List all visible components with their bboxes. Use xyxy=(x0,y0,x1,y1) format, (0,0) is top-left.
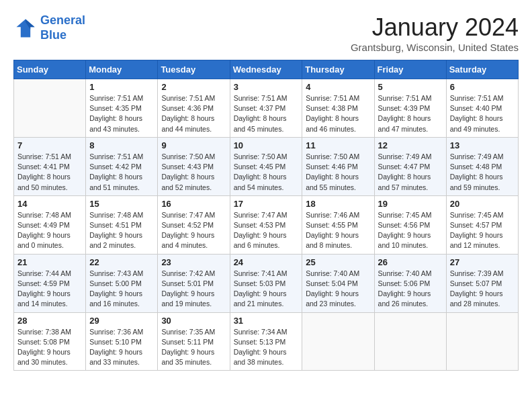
day-info: Sunrise: 7:47 AMSunset: 4:53 PMDaylight:… xyxy=(234,210,299,251)
calendar-cell: 22Sunrise: 7:43 AMSunset: 5:00 PMDayligh… xyxy=(86,254,158,312)
day-number: 14 xyxy=(17,199,82,209)
calendar-cell: 18Sunrise: 7:46 AMSunset: 4:55 PMDayligh… xyxy=(302,195,374,254)
day-number: 15 xyxy=(89,199,154,209)
calendar-cell: 2Sunrise: 7:51 AMSunset: 4:36 PMDaylight… xyxy=(158,79,230,138)
day-info: Sunrise: 7:48 AMSunset: 4:49 PMDaylight:… xyxy=(17,210,82,251)
calendar-cell xyxy=(14,79,86,138)
logo-text: General Blue xyxy=(40,13,85,42)
day-info: Sunrise: 7:42 AMSunset: 5:01 PMDaylight:… xyxy=(161,269,226,310)
day-header-friday: Friday xyxy=(374,60,446,79)
calendar-table: SundayMondayTuesdayWednesdayThursdayFrid… xyxy=(13,60,519,371)
calendar-cell xyxy=(374,312,446,371)
day-number: 30 xyxy=(161,316,226,326)
calendar-cell: 15Sunrise: 7:48 AMSunset: 4:51 PMDayligh… xyxy=(86,195,158,254)
day-info: Sunrise: 7:41 AMSunset: 5:03 PMDaylight:… xyxy=(234,269,299,310)
day-info: Sunrise: 7:49 AMSunset: 4:47 PMDaylight:… xyxy=(378,152,443,193)
day-info: Sunrise: 7:48 AMSunset: 4:51 PMDaylight:… xyxy=(89,210,154,251)
day-number: 25 xyxy=(306,257,370,267)
calendar-cell: 26Sunrise: 7:40 AMSunset: 5:06 PMDayligh… xyxy=(374,254,446,312)
calendar-cell: 19Sunrise: 7:45 AMSunset: 4:56 PMDayligh… xyxy=(374,195,446,254)
day-info: Sunrise: 7:45 AMSunset: 4:56 PMDaylight:… xyxy=(378,210,443,251)
calendar-cell: 20Sunrise: 7:45 AMSunset: 4:57 PMDayligh… xyxy=(446,195,518,254)
calendar-week-row: 21Sunrise: 7:44 AMSunset: 4:59 PMDayligh… xyxy=(14,254,519,312)
day-number: 31 xyxy=(234,316,299,326)
month-year: January 2024 xyxy=(351,13,519,42)
day-number: 6 xyxy=(450,82,515,92)
calendar-cell: 11Sunrise: 7:50 AMSunset: 4:46 PMDayligh… xyxy=(302,137,374,195)
day-number: 5 xyxy=(378,82,443,92)
logo-icon xyxy=(13,16,38,40)
calendar-week-row: 7Sunrise: 7:51 AMSunset: 4:41 PMDaylight… xyxy=(14,137,519,195)
day-info: Sunrise: 7:51 AMSunset: 4:40 PMDaylight:… xyxy=(450,93,515,134)
day-number: 3 xyxy=(234,82,299,92)
day-info: Sunrise: 7:51 AMSunset: 4:39 PMDaylight:… xyxy=(378,93,443,134)
calendar-cell: 6Sunrise: 7:51 AMSunset: 4:40 PMDaylight… xyxy=(446,79,518,138)
day-info: Sunrise: 7:39 AMSunset: 5:07 PMDaylight:… xyxy=(450,269,515,310)
day-number: 23 xyxy=(161,257,226,267)
calendar-cell: 21Sunrise: 7:44 AMSunset: 4:59 PMDayligh… xyxy=(14,254,86,312)
calendar-cell xyxy=(302,312,374,371)
calendar-cell: 27Sunrise: 7:39 AMSunset: 5:07 PMDayligh… xyxy=(446,254,518,312)
day-info: Sunrise: 7:40 AMSunset: 5:06 PMDaylight:… xyxy=(378,269,443,310)
day-number: 7 xyxy=(17,140,82,150)
day-number: 13 xyxy=(450,140,515,150)
calendar-cell: 9Sunrise: 7:50 AMSunset: 4:43 PMDaylight… xyxy=(158,137,230,195)
calendar-cell: 10Sunrise: 7:50 AMSunset: 4:45 PMDayligh… xyxy=(230,137,302,195)
day-number: 16 xyxy=(161,199,226,209)
calendar-cell: 28Sunrise: 7:38 AMSunset: 5:08 PMDayligh… xyxy=(14,312,86,371)
day-info: Sunrise: 7:51 AMSunset: 4:38 PMDaylight:… xyxy=(306,93,370,134)
calendar-cell: 13Sunrise: 7:49 AMSunset: 4:48 PMDayligh… xyxy=(446,137,518,195)
calendar-cell: 1Sunrise: 7:51 AMSunset: 4:35 PMDaylight… xyxy=(86,79,158,138)
day-header-saturday: Saturday xyxy=(446,60,518,79)
day-info: Sunrise: 7:46 AMSunset: 4:55 PMDaylight:… xyxy=(306,210,370,251)
day-info: Sunrise: 7:44 AMSunset: 4:59 PMDaylight:… xyxy=(17,269,82,310)
day-number: 17 xyxy=(234,199,299,209)
calendar-cell: 31Sunrise: 7:34 AMSunset: 5:13 PMDayligh… xyxy=(230,312,302,371)
day-info: Sunrise: 7:43 AMSunset: 5:00 PMDaylight:… xyxy=(89,269,154,310)
calendar-cell xyxy=(446,312,518,371)
day-header-thursday: Thursday xyxy=(302,60,374,79)
day-number: 28 xyxy=(17,316,82,326)
calendar-cell: 17Sunrise: 7:47 AMSunset: 4:53 PMDayligh… xyxy=(230,195,302,254)
day-info: Sunrise: 7:35 AMSunset: 5:11 PMDaylight:… xyxy=(161,327,226,368)
day-number: 8 xyxy=(89,140,154,150)
title-block: January 2024 Grantsburg, Wisconsin, Unit… xyxy=(351,13,519,53)
logo: General Blue xyxy=(13,13,85,42)
calendar-cell: 29Sunrise: 7:36 AMSunset: 5:10 PMDayligh… xyxy=(86,312,158,371)
day-number: 2 xyxy=(161,82,226,92)
day-number: 21 xyxy=(17,257,82,267)
calendar-cell: 5Sunrise: 7:51 AMSunset: 4:39 PMDaylight… xyxy=(374,79,446,138)
day-number: 27 xyxy=(450,257,515,267)
day-header-tuesday: Tuesday xyxy=(158,60,230,79)
calendar-cell: 25Sunrise: 7:40 AMSunset: 5:04 PMDayligh… xyxy=(302,254,374,312)
day-info: Sunrise: 7:51 AMSunset: 4:35 PMDaylight:… xyxy=(89,93,154,134)
calendar-cell: 4Sunrise: 7:51 AMSunset: 4:38 PMDaylight… xyxy=(302,79,374,138)
calendar-week-row: 28Sunrise: 7:38 AMSunset: 5:08 PMDayligh… xyxy=(14,312,519,371)
day-number: 20 xyxy=(450,199,515,209)
day-info: Sunrise: 7:47 AMSunset: 4:52 PMDaylight:… xyxy=(161,210,226,251)
day-info: Sunrise: 7:50 AMSunset: 4:46 PMDaylight:… xyxy=(306,152,370,193)
calendar-cell: 14Sunrise: 7:48 AMSunset: 4:49 PMDayligh… xyxy=(14,195,86,254)
day-number: 1 xyxy=(89,82,154,92)
day-info: Sunrise: 7:51 AMSunset: 4:37 PMDaylight:… xyxy=(234,93,299,134)
day-info: Sunrise: 7:36 AMSunset: 5:10 PMDaylight:… xyxy=(89,327,154,368)
day-info: Sunrise: 7:38 AMSunset: 5:08 PMDaylight:… xyxy=(17,327,82,368)
day-info: Sunrise: 7:45 AMSunset: 4:57 PMDaylight:… xyxy=(450,210,515,251)
day-number: 11 xyxy=(306,140,370,150)
day-info: Sunrise: 7:51 AMSunset: 4:41 PMDaylight:… xyxy=(17,152,82,193)
day-number: 24 xyxy=(234,257,299,267)
page-header: General Blue January 2024 Grantsburg, Wi… xyxy=(13,13,519,53)
day-number: 12 xyxy=(378,140,443,150)
calendar-cell: 24Sunrise: 7:41 AMSunset: 5:03 PMDayligh… xyxy=(230,254,302,312)
day-number: 26 xyxy=(378,257,443,267)
calendar-week-row: 1Sunrise: 7:51 AMSunset: 4:35 PMDaylight… xyxy=(14,79,519,138)
day-header-monday: Monday xyxy=(86,60,158,79)
day-info: Sunrise: 7:50 AMSunset: 4:43 PMDaylight:… xyxy=(161,152,226,193)
day-header-wednesday: Wednesday xyxy=(230,60,302,79)
calendar-week-row: 14Sunrise: 7:48 AMSunset: 4:49 PMDayligh… xyxy=(14,195,519,254)
day-info: Sunrise: 7:51 AMSunset: 4:42 PMDaylight:… xyxy=(89,152,154,193)
location: Grantsburg, Wisconsin, United States xyxy=(351,42,519,53)
day-number: 10 xyxy=(234,140,299,150)
calendar-cell: 3Sunrise: 7:51 AMSunset: 4:37 PMDaylight… xyxy=(230,79,302,138)
calendar-cell: 23Sunrise: 7:42 AMSunset: 5:01 PMDayligh… xyxy=(158,254,230,312)
